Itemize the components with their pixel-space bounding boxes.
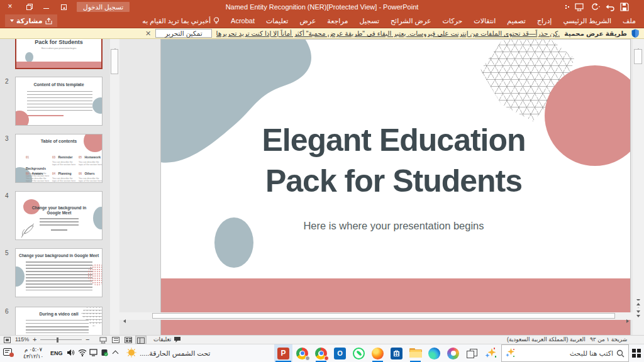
ribbon-tab-row: ملف الشريط الرئيسي إدراج تصميم انتقالات …	[0, 14, 644, 28]
tab-insert[interactable]: إدراج	[531, 14, 557, 28]
thumb1-subtitle: Here is where your presentation begins	[16, 47, 101, 50]
tab-view[interactable]: عرض	[294, 14, 321, 28]
thumbnail-slide-4[interactable]: Change your background in Google Meet	[15, 191, 103, 240]
taskbar-file-explorer[interactable]	[406, 344, 425, 362]
taskbar-search-box[interactable]: اكتب هنا للبحث	[501, 344, 629, 362]
tab-help[interactable]: تعليمات	[260, 14, 294, 28]
tab-transitions[interactable]: انتقالات	[468, 14, 501, 28]
zoom-slider[interactable]	[40, 339, 82, 340]
tab-review[interactable]: مراجعة	[321, 14, 353, 28]
scroll-right-icon[interactable]	[624, 312, 631, 320]
thumb4-gray-blob	[93, 207, 103, 229]
slideshow-view-icon[interactable]	[99, 337, 107, 343]
toc-item-others: 06 Others You can describe the topic of …	[79, 166, 103, 182]
zoom-level[interactable]: 115%	[15, 336, 29, 344]
start-slideshow-icon[interactable]	[575, 3, 584, 11]
tell-me-search[interactable]: أخبرني بما تريد القيام به	[136, 14, 225, 28]
action-center-icon[interactable]	[3, 348, 12, 356]
scroll-down-icon[interactable]	[633, 290, 644, 299]
minimize-window-icon[interactable]	[42, 3, 52, 11]
language-indicator[interactable]: العربية (المملكة العربية السعودية)	[507, 336, 586, 344]
tab-record[interactable]: تسجيل	[353, 14, 385, 28]
thumbnail-slide-5[interactable]: Change your background in Google Meet	[15, 248, 103, 297]
slide-subtitle[interactable]: Here is where your presentation begins	[199, 220, 589, 232]
enable-editing-button[interactable]: تمكين التحرير	[155, 29, 211, 38]
close-window-icon[interactable]: ×	[5, 3, 15, 11]
taskbar-edge[interactable]	[425, 344, 443, 362]
zoom-slider-knob[interactable]	[57, 337, 58, 343]
thumb4-divider-line	[51, 229, 67, 231]
thumbnail-scrollbar[interactable]	[110, 39, 119, 335]
show-hidden-icons-chevron[interactable]	[113, 351, 118, 356]
customize-quick-access-icon[interactable]	[565, 5, 567, 14]
slide-title[interactable]: Elegant Education Pack for Students	[199, 120, 589, 202]
reading-view-icon[interactable]	[112, 337, 119, 343]
wifi-icon[interactable]	[78, 349, 87, 356]
save-icon[interactable]	[620, 3, 629, 11]
h-scrollbar-thumb[interactable]	[152, 313, 615, 319]
share-button[interactable]: مشاركة	[5, 14, 57, 27]
redo-icon[interactable]	[590, 3, 600, 11]
thumbnail-slide-3[interactable]: Table of contents 01 Backgrounds You can…	[15, 134, 103, 183]
tray-clock[interactable]: ٠٥:٠٧ م ٤٣/١٢/١٠	[19, 346, 48, 360]
close-warning-icon[interactable]: ✕	[145, 30, 151, 37]
ribbon-display-options-icon[interactable]	[59, 3, 69, 11]
display-project-icon[interactable]	[89, 349, 97, 356]
previous-slide-button[interactable]	[633, 300, 644, 307]
zoom-out-button[interactable]: −	[86, 336, 89, 344]
taskbar-photos[interactable]	[444, 344, 462, 362]
thumb1-pink-band	[16, 62, 103, 69]
thumb-scrollbar-thumb[interactable]	[111, 49, 118, 74]
windows-taskbar: ٠٥:٠٧ م ٤٣/١٢/١٠ ENG تحت الشمس الحارقة..…	[0, 344, 644, 362]
thumb4-leaf-sketch	[19, 222, 37, 238]
tab-acrobat[interactable]: Acrobat	[225, 14, 260, 28]
tab-file[interactable]: ملف	[617, 14, 641, 28]
thumb2-title: Content of this template	[16, 82, 102, 87]
normal-view-button[interactable]	[135, 336, 147, 344]
thumb4-title: Change your background in Google Meet	[31, 206, 87, 216]
slide-gray-ellipse	[214, 217, 253, 268]
tab-design[interactable]: تصميم	[501, 14, 531, 28]
slide-title-line1: Elegant Education	[199, 120, 589, 161]
v-scrollbar-thumb[interactable]	[634, 49, 642, 64]
taskbar-chrome-1[interactable]	[293, 344, 311, 362]
input-language-indicator[interactable]: ENG	[50, 350, 63, 356]
volume-icon[interactable]	[67, 349, 75, 356]
tab-slideshow[interactable]: عرض الشرائح	[385, 14, 437, 28]
tab-animations[interactable]: حركات	[437, 14, 469, 28]
comments-button[interactable]: تعليقات	[153, 336, 181, 344]
scroll-left-icon[interactable]	[121, 312, 128, 320]
taskbar-whatsapp[interactable]	[350, 344, 368, 362]
main-slide[interactable]: Elegant Education Pack for Students Here…	[160, 39, 631, 335]
restore-window-icon[interactable]	[24, 3, 34, 11]
taskbar-outlook[interactable]: O	[331, 344, 349, 362]
undo-icon[interactable]	[605, 3, 615, 11]
thumbnail-slide-6[interactable]: During a video call	[15, 307, 103, 335]
taskbar-chrome-2[interactable]	[312, 344, 330, 362]
thumb-scroll-up-icon[interactable]	[110, 39, 119, 48]
search-icon	[616, 349, 625, 358]
taskbar-store[interactable]	[387, 344, 406, 362]
thumbnail-slide-1[interactable]: Pack for Students Here is where your pre…	[15, 39, 103, 69]
weather-widget-icon[interactable]	[126, 348, 137, 359]
start-button[interactable]	[629, 344, 644, 362]
horizontal-scrollbar[interactable]	[119, 312, 633, 320]
zoom-in-button[interactable]: +	[33, 336, 36, 344]
taskbar-powerpoint[interactable]: P	[274, 344, 292, 362]
security-status-icon[interactable]	[101, 349, 108, 356]
sign-in-button[interactable]: تسجيل الدخول	[77, 2, 130, 12]
next-slide-button[interactable]	[633, 308, 644, 315]
toc-item-homework: 05 Homework You can describe the topic o…	[79, 150, 103, 166]
scroll-up-icon[interactable]	[633, 39, 644, 48]
vertical-scrollbar[interactable]	[633, 39, 644, 335]
taskbar-firefox[interactable]	[369, 344, 387, 362]
thumbnail-slide-2[interactable]: Content of this template	[15, 77, 103, 126]
taskbar-task-view[interactable]	[463, 344, 481, 362]
shield-icon	[631, 29, 639, 38]
weather-widget-text[interactable]: تحت الشمس الحارقة.....	[140, 349, 210, 358]
protected-view-message[interactable]: كن حذراً—قد تحتوي الملفات من إنترنت على …	[216, 30, 560, 37]
slide-sorter-view-icon[interactable]	[125, 337, 132, 343]
taskbar-search-highlights[interactable]	[482, 344, 500, 362]
tab-home[interactable]: الشريط الرئيسي	[557, 14, 617, 28]
thumb-scroll-down-icon[interactable]	[110, 326, 119, 335]
